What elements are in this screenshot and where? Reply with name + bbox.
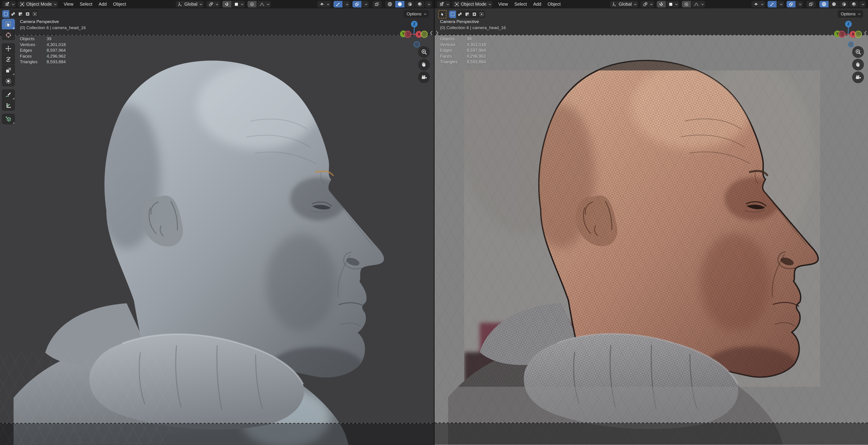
menu-select[interactable]: Select xyxy=(77,1,95,7)
proportional-editing-toggle[interactable] xyxy=(247,1,256,7)
menu-add[interactable]: Add xyxy=(96,1,110,7)
shading-solid-button[interactable] xyxy=(829,1,839,7)
shading-settings-dropdown[interactable] xyxy=(425,1,432,7)
tool-transform[interactable] xyxy=(2,76,15,86)
proportional-falloff-dropdown[interactable] xyxy=(257,1,271,7)
select-mode-intersect[interactable] xyxy=(478,11,485,18)
gizmo-axis-z-neg[interactable] xyxy=(848,41,854,47)
shading-wireframe-button[interactable] xyxy=(819,1,829,7)
show-overlays-toggle[interactable] xyxy=(352,1,362,7)
tool-annotate[interactable] xyxy=(2,89,15,100)
snap-toggle[interactable] xyxy=(657,1,666,7)
gizmo-settings-dropdown[interactable] xyxy=(777,1,784,7)
select-mode-intersect[interactable] xyxy=(31,10,38,18)
menu-object[interactable]: Object xyxy=(545,1,564,7)
tool-select-box[interactable] xyxy=(2,19,15,29)
xray-toggle[interactable] xyxy=(372,1,382,7)
gizmo-axis-z[interactable]: Z xyxy=(845,21,852,27)
pivot-point-dropdown[interactable] xyxy=(206,1,220,7)
editor-type-selector[interactable] xyxy=(2,1,16,7)
tool-cursor[interactable] xyxy=(2,30,15,40)
camera-view-button[interactable] xyxy=(418,71,430,83)
scene-stats: Objects39 Vertices4,301,018 Edges8,597,9… xyxy=(20,36,66,65)
pivot-icon xyxy=(208,2,214,7)
editor-type-selector[interactable] xyxy=(437,1,451,7)
shading-settings-dropdown[interactable] xyxy=(859,1,866,7)
shading-solid-button[interactable] xyxy=(395,1,404,7)
menu-add[interactable]: Add xyxy=(530,1,544,7)
transform-orientation-dropdown[interactable]: Global xyxy=(610,1,638,7)
window-divider xyxy=(434,0,435,445)
zoom-button[interactable] xyxy=(418,46,430,58)
tool-move[interactable] xyxy=(2,43,15,54)
gizmo-axis-x-neg[interactable] xyxy=(404,31,411,38)
object-visibility-dropdown[interactable] xyxy=(751,1,765,7)
shading-wireframe-button[interactable] xyxy=(385,1,395,7)
chevron-down-icon xyxy=(701,2,704,5)
select-mode-invert[interactable] xyxy=(471,11,478,18)
select-mode-extend[interactable] xyxy=(456,11,463,18)
object-visibility-dropdown[interactable] xyxy=(317,1,331,7)
gizmo-axis-y-neg[interactable] xyxy=(421,31,428,38)
menu-view[interactable]: View xyxy=(495,1,511,7)
proportional-editing-icon xyxy=(250,2,254,7)
tool-add-primitive[interactable] xyxy=(2,114,15,124)
tool-rotate[interactable] xyxy=(2,54,15,65)
add-cube-icon xyxy=(5,116,12,123)
stat-label: Triangles xyxy=(20,59,46,65)
shading-material-button[interactable] xyxy=(405,1,414,7)
camera-view-button[interactable] xyxy=(852,71,864,83)
snap-settings-dropdown[interactable] xyxy=(232,1,245,7)
viewport-canvas-left[interactable] xyxy=(0,0,434,445)
toolbar-open-arrow[interactable] xyxy=(435,29,439,37)
transform-orientation-dropdown[interactable]: Global xyxy=(176,1,204,7)
tool-scale[interactable] xyxy=(2,65,15,75)
menu-select[interactable]: Select xyxy=(511,1,530,7)
xray-toggle[interactable] xyxy=(806,1,816,7)
chevron-down-icon xyxy=(489,2,491,5)
show-overlays-toggle[interactable] xyxy=(786,1,796,7)
show-gizmo-toggle[interactable] xyxy=(334,1,342,7)
select-mode-invert[interactable] xyxy=(24,10,31,18)
menu-view[interactable]: View xyxy=(61,1,76,7)
options-dropdown[interactable]: Options xyxy=(404,10,429,18)
select-mode-set[interactable] xyxy=(2,10,9,18)
sidebar-open-arrow[interactable] xyxy=(429,29,434,37)
mode-dropdown[interactable]: Object Mode xyxy=(452,1,493,7)
mode-dropdown[interactable]: Object Mode xyxy=(18,1,58,7)
select-mode-subtract[interactable] xyxy=(17,10,24,18)
viewport-canvas-right[interactable] xyxy=(435,0,868,445)
gizmo-axis-z-neg[interactable] xyxy=(414,41,420,47)
gizmo-axis-x-neg[interactable] xyxy=(838,31,845,38)
pan-button[interactable] xyxy=(418,59,430,70)
overlays-settings-dropdown[interactable] xyxy=(796,1,803,7)
select-mode-subtract[interactable] xyxy=(464,11,470,18)
proportional-editing-toggle[interactable] xyxy=(682,1,691,7)
gizmo-settings-dropdown[interactable] xyxy=(343,1,350,7)
active-tool-select-box[interactable] xyxy=(438,10,446,18)
menu-object[interactable]: Object xyxy=(110,1,129,7)
gizmo-axis-y-neg[interactable] xyxy=(855,31,862,38)
options-dropdown[interactable]: Options xyxy=(838,10,863,18)
select-mode-set[interactable] xyxy=(449,11,456,18)
sidebar-open-arrow[interactable] xyxy=(863,29,868,37)
shading-material-button[interactable] xyxy=(839,1,848,7)
shading-rendered-button[interactable] xyxy=(415,1,424,7)
shading-rendered-button[interactable] xyxy=(849,1,859,7)
snap-settings-dropdown[interactable] xyxy=(666,1,679,7)
view-name: Camera Perspective xyxy=(20,19,86,25)
chevron-down-icon xyxy=(54,2,57,5)
chevron-down-icon xyxy=(267,2,269,5)
stat-label: Triangles xyxy=(440,59,467,65)
proportional-falloff-dropdown[interactable] xyxy=(691,1,705,7)
tool-measure[interactable] xyxy=(2,100,15,111)
pivot-point-dropdown[interactable] xyxy=(641,1,654,7)
show-gizmo-toggle[interactable] xyxy=(768,1,777,7)
select-mode-extend[interactable] xyxy=(9,10,17,18)
pan-button[interactable] xyxy=(852,59,864,70)
context-path: (0) Collection 6 | camera_head_16 xyxy=(440,25,506,31)
zoom-button[interactable] xyxy=(852,46,864,58)
overlays-settings-dropdown[interactable] xyxy=(362,1,369,7)
snap-toggle[interactable] xyxy=(222,1,231,7)
gizmo-axis-z[interactable]: Z xyxy=(411,21,417,27)
